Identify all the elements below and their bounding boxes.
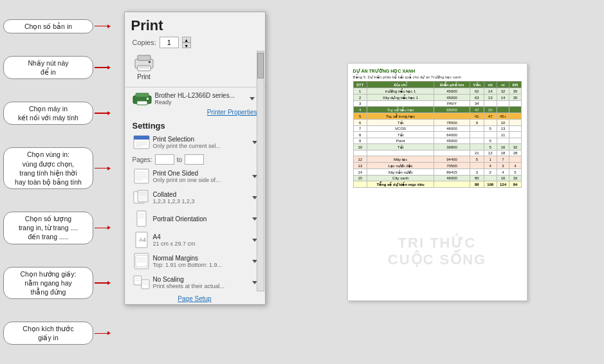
- cell: 1: [484, 156, 497, 163]
- arrow-line-4: [95, 168, 107, 169]
- main-container: Chọn số bản in Nhấy nút nàyđể in Chọn má…: [0, 0, 604, 364]
- table-row: 14 Xây bồn nước 89415 3 2 4 5: [353, 169, 521, 176]
- setting-portrait[interactable]: Portrait Orientation: [125, 208, 265, 229]
- annotation-arrow-4: [95, 167, 111, 170]
- setting-margins[interactable]: Normal Margins Top: 1.91 cm Bottom: 1.9.…: [125, 251, 265, 271]
- setting-main-3: Collated: [153, 191, 248, 198]
- svg-rect-7: [136, 93, 149, 97]
- annotation-arrow-5: [95, 226, 111, 230]
- cell: 45000: [434, 95, 470, 101]
- cell: Tổng số dự kiến mục tiêu: [367, 181, 434, 188]
- setting-sub-3: 1,2,3 1,2,3 1,2,3: [153, 198, 248, 205]
- setting-print-selection[interactable]: Print Selection Only print the current s…: [125, 132, 265, 152]
- copies-up[interactable]: ▲: [182, 37, 191, 42]
- table-row: 7 VCOS 46000 5 13: [353, 126, 521, 132]
- copies-spinner: ▲ ▼: [182, 37, 191, 48]
- cell: 94400: [434, 156, 470, 163]
- cell: 7: [497, 156, 509, 163]
- setting-a4[interactable]: A4 A4 21 cm x 29.7 cm: [125, 230, 265, 250]
- cell: [367, 150, 434, 156]
- setting-one-sided[interactable]: Print One Sided Only print on one side o…: [125, 166, 265, 187]
- pages-row: Pages: to: [125, 153, 265, 166]
- setting-icon-1: [133, 133, 151, 151]
- arrow-tip-1: [107, 24, 111, 28]
- cell: Tốt: [367, 120, 434, 126]
- cell: 5: [484, 138, 497, 144]
- setting-scaling[interactable]: No Scaling Print sheets at their actual.…: [125, 272, 265, 293]
- annotation-1: Chọn số bản in: [3, 19, 116, 33]
- cell: [434, 113, 470, 120]
- cell: 8: [353, 132, 367, 138]
- cell: Tốt: [367, 144, 434, 150]
- cell: 21: [470, 150, 484, 156]
- annotation-3: Chọn máy inkết nối với máy tính: [3, 102, 116, 125]
- cell: [509, 156, 521, 163]
- cell: [497, 107, 509, 113]
- print-dialog: Print Copies: ▲ ▼: [124, 12, 266, 305]
- setting-icon-2: [133, 167, 151, 185]
- cell: [484, 120, 497, 126]
- cell: 39800: [434, 144, 470, 150]
- cell: PAVY: [434, 101, 470, 107]
- arrow-line-2: [95, 67, 107, 68]
- copies-row: Copies: ▲ ▼: [125, 35, 265, 50]
- cell: [470, 144, 484, 150]
- annotation-box-5: Chọn số lượngtrang in, từ trang ....đến …: [3, 212, 93, 244]
- cell: 47: [484, 113, 497, 120]
- pages-to-input[interactable]: [185, 154, 204, 165]
- arrow-line-1: [95, 26, 107, 27]
- setting-text-7: No Scaling Print sheets at their actual.…: [153, 276, 248, 289]
- cell: [484, 132, 497, 138]
- print-dialog-column: Print Copies: ▲ ▼: [119, 0, 270, 364]
- cell: [470, 163, 484, 169]
- table-row: 3 PAVY 34: [353, 101, 521, 107]
- cell: 4: [353, 107, 367, 113]
- printer-select-area[interactable]: Brother HL-L2366D series... Ready: [125, 89, 265, 108]
- cell: trường tiểu học 1: [367, 88, 434, 95]
- preview-title: DỰ ÁN TRƯỜNG HỌC XANH: [353, 69, 522, 74]
- cell: 5: [353, 113, 367, 120]
- cell: 45600: [434, 88, 470, 95]
- cell: 108: [484, 181, 497, 188]
- cell: 11: [497, 132, 509, 138]
- cell: [434, 150, 470, 156]
- cell: 78500: [434, 120, 470, 126]
- cell: [470, 126, 484, 132]
- setting-sub-7: Print sheets at their actual...: [153, 283, 248, 289]
- scrollbar-thumb[interactable]: [257, 53, 264, 78]
- table-row: 6 Tốt 78500 9 10: [353, 120, 521, 126]
- pages-label: Pages:: [133, 156, 152, 163]
- table-row: 9 Point 45000 5: [353, 138, 521, 144]
- cell: 68000: [434, 107, 470, 113]
- cell: 4: [497, 169, 509, 176]
- printer-icon: [133, 53, 156, 72]
- cell: 35: [509, 88, 521, 95]
- copies-down[interactable]: ▼: [182, 42, 191, 48]
- copies-input[interactable]: [160, 37, 179, 48]
- annotations-panel: Chọn số bản in Nhấy nút nàyđể in Chọn má…: [0, 0, 119, 364]
- pages-from-input[interactable]: [155, 154, 174, 165]
- cell: 14: [497, 95, 509, 101]
- table-row: 12 Mây lọc 94400 5 1 7: [353, 156, 521, 163]
- cell: [353, 181, 367, 188]
- cell: Xây dựng tiểu học 1: [367, 95, 434, 101]
- setting-icon-5: A4: [133, 231, 151, 249]
- cell: Point: [367, 138, 434, 144]
- setting-sub-2: Only print on one side of...: [153, 177, 248, 183]
- print-button-label: Print: [137, 73, 151, 80]
- cell: 34: [470, 101, 484, 107]
- annotation-arrow-1: [95, 24, 111, 28]
- table-row: 10 Tốt 39800 5 16 32: [353, 144, 521, 150]
- cell: [367, 101, 434, 107]
- printer-properties-link[interactable]: Printer Properties: [125, 108, 265, 118]
- dialog-scrollbar[interactable]: [257, 51, 264, 291]
- cell: 47: [470, 107, 484, 113]
- print-button[interactable]: Print: [133, 53, 156, 80]
- page-setup-link[interactable]: Page Setup: [125, 293, 265, 304]
- col-header-ni: ni: [497, 82, 509, 88]
- setting-collated[interactable]: Collated 1,2,3 1,2,3 1,2,3: [125, 187, 265, 208]
- table-row: 8 Tốt 64000 11: [353, 132, 521, 138]
- cell: [434, 181, 470, 188]
- cell: 20: [484, 107, 497, 113]
- setting-main-2: Print One Sided: [153, 170, 248, 177]
